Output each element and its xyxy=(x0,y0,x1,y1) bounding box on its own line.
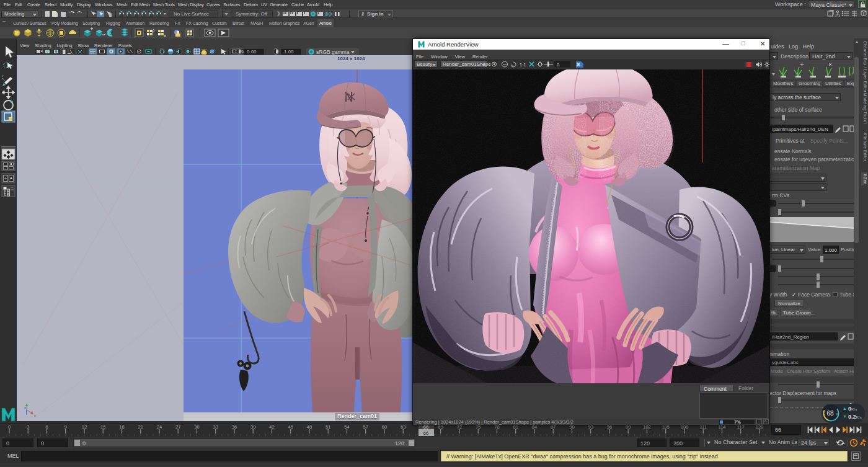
svg-text:42: 42 xyxy=(269,424,274,430)
svg-text:18: 18 xyxy=(119,424,124,430)
svg-text:1.00: 1.00 xyxy=(284,49,294,55)
svg-text:51: 51 xyxy=(326,424,330,430)
svg-text:z: z xyxy=(24,406,26,409)
svg-text:3: 3 xyxy=(27,424,29,430)
svg-text:15: 15 xyxy=(100,424,105,430)
svg-text:39: 39 xyxy=(250,424,255,430)
svg-text:x: x xyxy=(34,414,36,417)
svg-text:6: 6 xyxy=(45,424,48,430)
svg-text:S: S xyxy=(109,30,113,36)
svg-text:68: 68 xyxy=(826,410,834,417)
svg-text:0: 0 xyxy=(8,424,11,430)
svg-text:30: 30 xyxy=(194,424,199,430)
svg-text:48: 48 xyxy=(307,424,312,430)
svg-text:45: 45 xyxy=(288,424,293,430)
svg-text:24: 24 xyxy=(157,424,162,430)
svg-text:1:1: 1:1 xyxy=(520,62,526,68)
svg-text:0.00: 0.00 xyxy=(247,49,257,55)
svg-text:33: 33 xyxy=(213,424,218,430)
svg-text:sRGB gamma: sRGB gamma xyxy=(316,49,350,55)
svg-text:36: 36 xyxy=(232,424,237,430)
svg-text:54: 54 xyxy=(344,424,349,430)
svg-text:0: 0 xyxy=(557,62,559,68)
svg-text:21: 21 xyxy=(138,424,143,430)
svg-text:%: % xyxy=(836,412,839,416)
svg-text:63: 63 xyxy=(401,424,405,430)
svg-text:57: 57 xyxy=(363,424,368,430)
svg-text:66: 66 xyxy=(423,430,428,436)
svg-text:27: 27 xyxy=(175,424,180,430)
svg-text:60: 60 xyxy=(382,424,387,430)
svg-text:9: 9 xyxy=(64,424,67,430)
svg-text:12: 12 xyxy=(82,424,87,430)
